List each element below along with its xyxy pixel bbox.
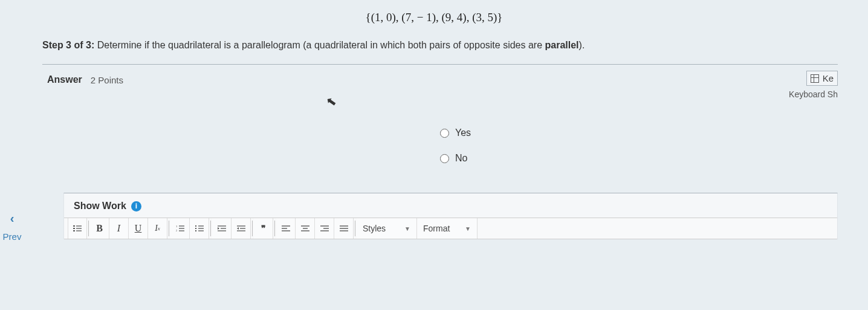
svg-rect-13 xyxy=(195,230,196,231)
instruction-prefix: Determine if the quadrilateral is a para… xyxy=(94,40,545,50)
svg-rect-0 xyxy=(73,225,75,227)
align-right-icon xyxy=(320,225,329,232)
keypad-button[interactable]: Ke xyxy=(806,71,838,86)
radio-option-yes[interactable]: Yes xyxy=(440,128,476,138)
align-right-button[interactable] xyxy=(315,218,334,239)
instruction-bold-word: parallel xyxy=(545,40,579,50)
keypad-label: Ke xyxy=(823,73,834,83)
svg-rect-12 xyxy=(195,228,196,229)
align-left-icon xyxy=(282,225,290,232)
blockquote-button[interactable]: ❞ xyxy=(254,218,273,239)
align-center-icon xyxy=(301,225,309,232)
show-work-panel: Show Work i B I U Ix 12 ❞ xyxy=(63,193,838,239)
align-justify-icon xyxy=(340,225,348,232)
show-work-label: Show Work xyxy=(74,201,126,212)
italic-button[interactable]: I xyxy=(109,218,129,239)
radio-circle-icon xyxy=(440,129,449,138)
keypad-icon xyxy=(811,74,819,83)
chevron-down-icon: ▼ xyxy=(465,225,471,232)
svg-rect-2 xyxy=(73,230,75,231)
toolbar-toggle-icon xyxy=(73,225,82,232)
unordered-list-icon xyxy=(195,225,204,232)
answer-label: Answer xyxy=(47,74,82,85)
keyboard-shortcut-label: Keyboard Sh xyxy=(789,89,838,99)
svg-marker-19 xyxy=(218,227,219,230)
ordered-list-icon: 12 xyxy=(176,225,184,232)
prev-button[interactable]: ‹ Prev xyxy=(0,212,24,242)
ordered-list-button[interactable]: 12 xyxy=(170,218,190,239)
indent-icon xyxy=(237,225,245,232)
show-work-header: Show Work i xyxy=(64,193,837,218)
align-justify-button[interactable] xyxy=(334,218,354,239)
answer-section: Answer 2 Points Ke Keyboard Sh Yes No xyxy=(42,64,838,188)
instruction-suffix: ). xyxy=(579,40,585,50)
points-label: 2 Points xyxy=(91,75,123,85)
step-instruction: Step 3 of 3: Determine if the quadrilate… xyxy=(0,33,868,64)
indent-button[interactable] xyxy=(232,218,251,239)
outdent-button[interactable] xyxy=(212,218,232,239)
radio-label: No xyxy=(455,153,467,164)
answer-options: Yes No xyxy=(47,85,833,182)
radio-circle-icon xyxy=(440,154,449,163)
chevron-left-icon: ‹ xyxy=(0,212,24,225)
problem-points-set: {(1, 0), (7, − 1), (9, 4), (3, 5)} xyxy=(0,0,868,33)
editor-toolbar: B I U Ix 12 ❞ xyxy=(64,218,837,239)
align-left-button[interactable] xyxy=(276,218,296,239)
toggle-toolbar-button[interactable] xyxy=(68,218,87,239)
svg-text:2: 2 xyxy=(176,229,178,232)
styles-select[interactable]: Styles ▼ xyxy=(357,218,417,239)
svg-text:1: 1 xyxy=(176,225,178,228)
radio-label: Yes xyxy=(455,128,471,138)
svg-marker-23 xyxy=(237,227,239,230)
info-icon[interactable]: i xyxy=(131,201,141,212)
answer-header: Answer 2 Points xyxy=(47,74,833,85)
styles-label: Styles xyxy=(363,224,386,233)
step-label: Step 3 of 3: xyxy=(42,40,94,50)
unordered-list-button[interactable] xyxy=(190,218,209,239)
svg-rect-1 xyxy=(73,228,75,229)
underline-button[interactable]: U xyxy=(129,218,148,239)
prev-label: Prev xyxy=(3,231,22,242)
format-select[interactable]: Format ▼ xyxy=(417,218,478,239)
radio-option-no[interactable]: No xyxy=(440,153,476,164)
align-center-button[interactable] xyxy=(296,218,315,239)
clear-format-button[interactable]: Ix xyxy=(148,218,167,239)
format-label: Format xyxy=(423,224,450,233)
outdent-icon xyxy=(218,225,226,232)
svg-rect-11 xyxy=(195,225,196,227)
keypad-area: Ke Keyboard Sh xyxy=(789,71,838,99)
chevron-down-icon: ▼ xyxy=(404,225,410,232)
bold-button[interactable]: B xyxy=(90,218,109,239)
